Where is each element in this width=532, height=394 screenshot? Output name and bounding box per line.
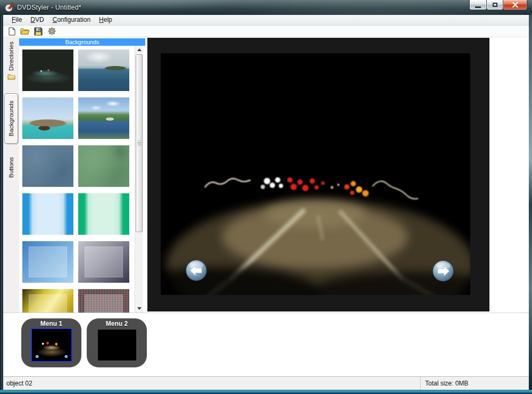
menu-1-card[interactable]: Menu 1 <box>21 318 81 367</box>
statusbar: object 02 Total size: 0MB <box>3 376 529 390</box>
tab-buttons-label: Buttons <box>8 157 14 178</box>
background-thumbnail[interactable] <box>22 97 73 139</box>
folder-icon <box>7 73 15 80</box>
menu-editor-area <box>145 37 529 313</box>
menu-2-label: Menu 2 <box>106 320 128 327</box>
open-folder-icon <box>20 27 30 35</box>
background-thumbnail[interactable] <box>78 241 129 283</box>
triangle-up-icon <box>137 48 142 51</box>
menu-2-thumbnail[interactable] <box>98 330 136 360</box>
backgrounds-panel-header: Backgrounds <box>19 38 145 46</box>
previous-arrow-button[interactable] <box>185 259 207 282</box>
menubar: File DVD Configuration Help <box>3 15 529 26</box>
window-title: DVDStyler - Untitled* <box>17 4 81 11</box>
window-border-right <box>529 15 532 394</box>
menu-file[interactable]: File <box>7 15 26 25</box>
minimize-icon <box>475 6 481 8</box>
sidebar-tabstrip: Directories Backgrounds Buttons <box>3 37 19 313</box>
night-road-photo <box>161 53 470 295</box>
save-floppy-icon <box>34 27 43 36</box>
save-project-button[interactable] <box>34 27 43 36</box>
arrow-left-icon <box>185 259 207 282</box>
background-thumbnail[interactable] <box>22 289 73 313</box>
menu-configuration[interactable]: Configuration <box>48 15 95 25</box>
tab-backgrounds-label: Backgrounds <box>8 101 14 136</box>
background-thumbnail[interactable] <box>78 97 129 139</box>
background-thumbnail[interactable] <box>22 50 73 91</box>
menu-canvas[interactable] <box>147 38 489 311</box>
open-project-button[interactable] <box>20 27 30 36</box>
scrollbar-thumb[interactable] <box>136 54 143 232</box>
scroll-down-button[interactable] <box>135 305 144 313</box>
background-thumbnail[interactable] <box>78 145 129 187</box>
triangle-down-icon <box>137 307 142 310</box>
menu-1-label: Menu 1 <box>40 320 62 327</box>
new-project-button[interactable] <box>7 27 16 36</box>
minimize-button[interactable] <box>469 0 487 10</box>
tab-directories[interactable]: Directories <box>4 42 18 80</box>
backgrounds-panel-body <box>19 46 145 313</box>
arrow-right-icon <box>432 260 454 282</box>
menu-background-image[interactable] <box>161 53 470 295</box>
workspace: Directories Backgrounds Buttons Backgrou… <box>3 37 529 313</box>
new-document-icon <box>8 27 16 36</box>
titlebar[interactable]: DVDStyler - Untitled* <box>0 0 532 15</box>
window-border-bottom <box>0 390 532 394</box>
menu-2-card[interactable]: Menu 2 <box>87 318 147 367</box>
tab-directories-label: Directories <box>8 42 14 71</box>
next-arrow-button[interactable] <box>432 260 454 282</box>
gear-icon <box>47 27 56 36</box>
status-total-size: Total size: 0MB <box>420 377 529 390</box>
tab-backgrounds[interactable]: Backgrounds <box>4 93 18 144</box>
tab-buttons[interactable]: Buttons <box>4 157 18 178</box>
menus-strip: Menu 1 Menu 2 <box>3 313 529 376</box>
background-thumbnail[interactable] <box>22 145 73 187</box>
scroll-up-button[interactable] <box>135 46 144 54</box>
app-icon[interactable] <box>5 3 14 12</box>
background-thumbnail[interactable] <box>22 241 73 283</box>
menu-help[interactable]: Help <box>95 15 117 25</box>
menu-dvd[interactable]: DVD <box>26 15 48 25</box>
close-icon <box>512 2 518 7</box>
maximize-icon <box>493 3 497 7</box>
application-window: File DVD Configuration Help <box>3 15 529 390</box>
maximize-button[interactable] <box>486 0 503 10</box>
background-thumbnail[interactable] <box>78 193 129 235</box>
panel-scrollbar[interactable] <box>135 46 143 313</box>
background-thumbnail[interactable] <box>78 289 129 313</box>
status-object-text: object 02 <box>3 380 420 387</box>
menu-1-thumbnail[interactable] <box>31 328 72 362</box>
backgrounds-panel: Backgrounds <box>19 37 145 313</box>
background-thumbnail-grid <box>22 50 129 313</box>
background-thumbnail[interactable] <box>78 50 129 91</box>
burn-settings-button[interactable] <box>47 27 56 36</box>
close-button[interactable] <box>503 0 527 10</box>
toolbar <box>3 26 529 37</box>
background-thumbnail[interactable] <box>22 193 73 235</box>
